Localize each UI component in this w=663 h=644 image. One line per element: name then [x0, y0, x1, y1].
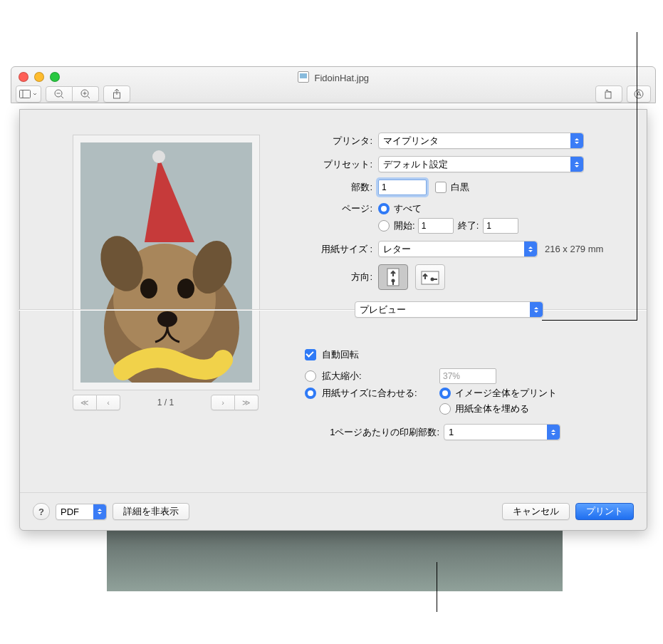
document-icon — [298, 71, 309, 83]
chevron-updown-icon — [547, 425, 560, 440]
copies-per-page-popup[interactable]: 1 — [444, 424, 560, 440]
pages-all-radio[interactable] — [378, 203, 390, 214]
orientation-portrait-button[interactable] — [378, 264, 408, 290]
svg-point-19 — [177, 279, 194, 298]
print-panel-value: プレビュー — [360, 303, 406, 316]
copies-label: 部数: — [287, 181, 378, 194]
pdf-label: PDF — [61, 507, 79, 517]
last-page-button[interactable]: ≫ — [235, 395, 259, 410]
svg-line-3 — [61, 96, 63, 98]
scale-radio[interactable] — [305, 370, 316, 382]
paper-size-label: 用紙サイズ : — [287, 243, 378, 256]
pdf-popup[interactable]: PDF — [56, 504, 107, 520]
fit-radio[interactable] — [305, 388, 316, 399]
markup-button[interactable] — [627, 85, 651, 103]
paper-dim: 216 x 279 mm — [545, 244, 603, 254]
preset-label: プリセット: — [287, 158, 378, 171]
zoom-out-button[interactable] — [46, 86, 73, 102]
printer-value: マイプリンタ — [383, 135, 439, 147]
pages-range-radio[interactable] — [378, 220, 390, 232]
chevron-updown-icon — [93, 504, 106, 519]
cancel-label: キャンセル — [513, 505, 559, 518]
print-label: プリント — [586, 505, 623, 518]
copies-field[interactable] — [378, 180, 427, 195]
printer-popup[interactable]: マイプリンタ — [378, 133, 584, 149]
printer-label: プリンタ: — [287, 135, 378, 147]
page-indicator: 1 / 1 — [157, 398, 174, 407]
print-button[interactable]: プリント — [575, 503, 634, 520]
window-title: FidoinHat.jpg — [11, 71, 655, 83]
hide-details-button[interactable]: 詳細を非表示 — [113, 503, 189, 520]
paper-size-popup[interactable]: レター — [378, 241, 538, 257]
callout-line — [437, 562, 437, 612]
auto-rotate-checkbox[interactable] — [305, 349, 316, 360]
window-chrome: FidoinHat.jpg — [11, 66, 656, 103]
pages-all-label: すべて — [394, 202, 422, 215]
svg-point-23 — [152, 150, 165, 163]
chevron-updown-icon — [570, 133, 583, 148]
hide-details-label: 詳細を非表示 — [123, 505, 179, 518]
share-button[interactable] — [103, 85, 130, 103]
background-image — [107, 527, 563, 591]
zoom-in-button[interactable] — [73, 86, 99, 102]
callout-line — [637, 32, 637, 321]
orientation-landscape-button[interactable] — [415, 264, 445, 290]
print-panel-popup[interactable]: プレビュー — [355, 301, 543, 318]
cancel-button[interactable]: キャンセル — [502, 503, 570, 520]
copies-per-page-label: 1ページあたりの印刷部数: — [305, 426, 439, 439]
bw-label: 白黒 — [451, 181, 469, 194]
prev-page-button[interactable]: ‹ — [97, 395, 120, 410]
fit-whole-radio[interactable] — [439, 388, 451, 399]
help-button[interactable]: ? — [33, 503, 50, 520]
sidebar-toggle-button[interactable] — [16, 85, 41, 103]
svg-point-18 — [140, 279, 157, 298]
fit-label: 用紙サイズに合わせる: — [322, 387, 439, 400]
svg-line-6 — [88, 96, 90, 98]
svg-point-26 — [392, 279, 395, 283]
pages-from-label: 開始: — [394, 219, 415, 232]
svg-rect-11 — [605, 92, 611, 98]
svg-point-30 — [431, 278, 434, 281]
pages-from-field[interactable] — [418, 218, 454, 234]
pages-to-field[interactable] — [483, 218, 518, 234]
scale-field[interactable] — [439, 368, 496, 384]
first-page-button[interactable]: ≪ — [73, 395, 97, 410]
auto-rotate-label: 自動回転 — [322, 348, 359, 361]
copies-per-page-value: 1 — [449, 427, 454, 437]
chevron-updown-icon — [530, 302, 543, 317]
scale-label: 拡大縮小: — [322, 370, 439, 383]
print-preview — [73, 135, 260, 390]
preset-value: デフォルト設定 — [383, 158, 448, 171]
svg-rect-28 — [422, 271, 439, 284]
bw-checkbox[interactable] — [435, 182, 447, 193]
chevron-updown-icon — [524, 242, 537, 256]
orientation-label: 方向: — [287, 271, 378, 284]
callout-line — [542, 320, 637, 321]
rotate-button[interactable] — [595, 85, 622, 103]
preset-popup[interactable]: デフォルト設定 — [378, 156, 584, 172]
next-page-button[interactable]: › — [211, 395, 235, 410]
svg-point-20 — [157, 311, 177, 327]
pages-to-label: 終了: — [458, 219, 479, 232]
paper-size-value: レター — [383, 243, 411, 256]
document-name: FidoinHat.jpg — [315, 73, 370, 83]
fit-whole-label: イメージ全体をプリント — [455, 387, 557, 400]
fit-fill-label: 用紙全体を埋める — [455, 402, 529, 415]
chevron-updown-icon — [570, 157, 583, 172]
svg-rect-0 — [20, 90, 31, 98]
pages-label: ページ: — [287, 202, 378, 215]
fit-fill-radio[interactable] — [439, 403, 451, 415]
